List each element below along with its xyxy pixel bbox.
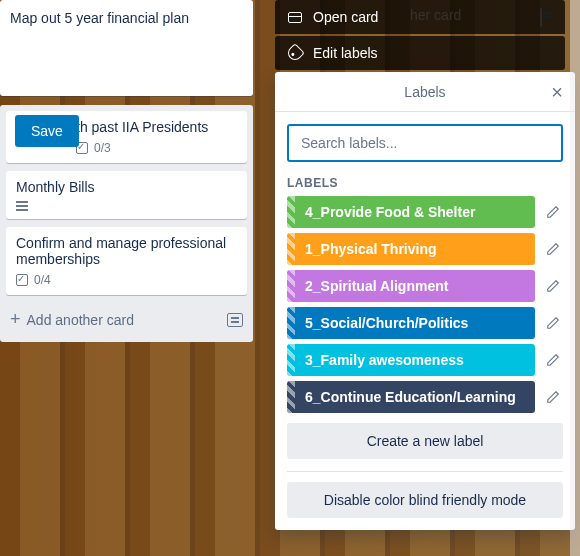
checklist-count: 0/4 bbox=[34, 273, 51, 287]
edit-label-icon[interactable] bbox=[543, 242, 563, 256]
compose-card[interactable]: Map out 5 year financial plan bbox=[0, 0, 253, 96]
colorblind-toggle[interactable]: Disable color blind friendly mode bbox=[287, 482, 563, 518]
compose-text[interactable]: Map out 5 year financial plan bbox=[10, 8, 243, 28]
label-text: 6_Continue Education/Learning bbox=[305, 389, 516, 405]
create-label-button[interactable]: Create a new label bbox=[287, 423, 563, 459]
checklist-icon bbox=[16, 274, 28, 286]
label-chip-0[interactable]: 4_Provide Food & Shelter bbox=[287, 196, 535, 228]
add-card-label: Add another card bbox=[27, 312, 134, 328]
close-icon[interactable]: × bbox=[551, 82, 563, 102]
label-text: 1_Physical Thriving bbox=[305, 241, 437, 257]
label-chip-3[interactable]: 5_Social/Church/Politics bbox=[287, 307, 535, 339]
save-button[interactable]: Save bbox=[15, 115, 79, 147]
plus-icon: + bbox=[10, 309, 21, 330]
search-input[interactable] bbox=[287, 124, 563, 162]
label-chip-1[interactable]: 1_Physical Thriving bbox=[287, 233, 535, 265]
add-card-button[interactable]: +Add another card bbox=[10, 309, 134, 330]
card-title: th past IIA Presidents bbox=[76, 119, 237, 135]
menu-label: Edit labels bbox=[313, 45, 378, 61]
edit-label-icon[interactable] bbox=[543, 390, 563, 404]
menu-open-card[interactable]: Open card bbox=[275, 0, 565, 34]
labels-section-title: LABELS bbox=[287, 176, 563, 190]
checklist-count: 0/3 bbox=[94, 141, 111, 155]
edit-label-icon[interactable] bbox=[543, 316, 563, 330]
label-text: 5_Social/Church/Politics bbox=[305, 315, 468, 331]
right-panel-edge bbox=[570, 0, 580, 556]
label-text: 4_Provide Food & Shelter bbox=[305, 204, 475, 220]
label-chip-4[interactable]: 3_Family awesomeness bbox=[287, 344, 535, 376]
edit-label-icon[interactable] bbox=[543, 279, 563, 293]
card-title: Monthly Bills bbox=[16, 179, 237, 195]
label-text: 3_Family awesomeness bbox=[305, 352, 464, 368]
menu-edit-labels[interactable]: Edit labels bbox=[275, 36, 565, 70]
card-icon bbox=[287, 11, 303, 23]
description-icon bbox=[16, 201, 30, 211]
card-memberships[interactable]: Confirm and manage professional membersh… bbox=[6, 227, 247, 295]
labels-popover: Labels × LABELS 4_Provide Food & Shelter… bbox=[275, 72, 575, 530]
edit-label-icon[interactable] bbox=[543, 353, 563, 367]
edit-label-icon[interactable] bbox=[543, 205, 563, 219]
card-title: Confirm and manage professional membersh… bbox=[16, 235, 237, 267]
label-chip-2[interactable]: 2_Spiritual Alignment bbox=[287, 270, 535, 302]
menu-label: Open card bbox=[313, 9, 378, 25]
tag-icon bbox=[287, 47, 303, 59]
popover-title: Labels bbox=[404, 84, 445, 100]
card-bills[interactable]: Monthly Bills bbox=[6, 171, 247, 219]
template-icon[interactable] bbox=[227, 313, 243, 327]
label-chip-5[interactable]: 6_Continue Education/Learning bbox=[287, 381, 535, 413]
divider bbox=[287, 471, 563, 472]
label-text: 2_Spiritual Alignment bbox=[305, 278, 448, 294]
context-menu: Open card Edit labels bbox=[275, 0, 565, 72]
